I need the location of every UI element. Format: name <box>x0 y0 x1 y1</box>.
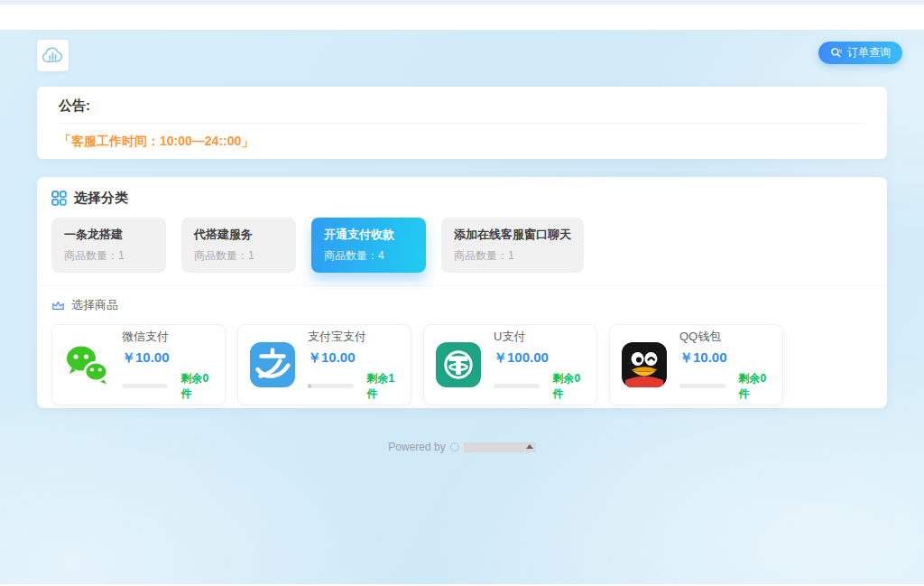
category-list: 一条龙搭建 商品数量：1 代搭建服务 商品数量：1 开通支付收款 商品数量：4 … <box>51 218 873 273</box>
category-name: 一条龙搭建 <box>64 227 153 243</box>
product-meta: 剩余0件 <box>122 371 214 402</box>
product-info: QQ钱包 ￥10.00 剩余0件 <box>679 329 772 402</box>
category-card-active[interactable]: 开通支付收款 商品数量：4 <box>311 218 426 273</box>
panel-divider <box>37 285 887 286</box>
stock-progress-bar <box>122 384 168 388</box>
header-band <box>0 5 924 30</box>
product-list: 微信支付 ￥10.00 剩余0件 <box>51 324 873 405</box>
product-name: QQ钱包 <box>679 329 772 345</box>
qq-icon <box>621 341 668 388</box>
product-remaining: 剩余0件 <box>180 371 214 402</box>
category-name: 添加在线客服窗口聊天 <box>454 227 571 243</box>
page: 订单查询 公告: 「客服工作时间：10:00—24::00」 选择分类 <box>0 0 924 586</box>
product-card[interactable]: QQ钱包 ￥10.00 剩余0件 <box>609 324 783 405</box>
category-count: 商品数量：4 <box>324 248 413 264</box>
category-grid-icon <box>51 191 67 206</box>
powered-by-label: Powered by <box>388 441 445 453</box>
category-card[interactable]: 一条龙搭建 商品数量：1 <box>51 218 166 273</box>
cloud-chart-logo-icon <box>41 43 65 68</box>
product-info: 支付宝支付 ￥10.00 剩余1件 <box>308 329 400 402</box>
category-count: 商品数量：1 <box>194 248 283 264</box>
announcement-content: 「客服工作时间：10:00—24::00」 <box>59 134 865 150</box>
caret-icon <box>526 444 533 449</box>
category-name: 开通支付收款 <box>324 227 413 243</box>
brand-logo-redacted <box>450 442 459 451</box>
category-name: 代搭建服务 <box>194 227 283 243</box>
category-card[interactable]: 代搭建服务 商品数量：1 <box>181 218 296 273</box>
product-remaining: 剩余0件 <box>552 371 586 402</box>
product-meta: 剩余1件 <box>308 371 400 402</box>
category-count: 商品数量：1 <box>454 248 571 264</box>
product-meta: 剩余0件 <box>494 371 586 402</box>
product-price: ￥100.00 <box>494 349 586 367</box>
product-remaining: 剩余1件 <box>366 371 400 402</box>
category-card[interactable]: 添加在线客服窗口聊天 商品数量：1 <box>441 218 584 273</box>
category-section-title: 选择分类 <box>74 190 128 207</box>
product-remaining: 剩余0件 <box>738 371 772 402</box>
footer: Powered by <box>0 441 924 453</box>
product-name: 支付宝支付 <box>308 329 400 345</box>
order-query-label: 订单查询 <box>847 45 891 60</box>
stock-progress-fill <box>308 384 311 388</box>
crown-icon <box>51 300 65 312</box>
announcement-card: 公告: 「客服工作时间：10:00—24::00」 <box>37 87 887 159</box>
stock-progress-bar <box>308 384 354 388</box>
announcement-divider <box>59 123 865 124</box>
stock-progress-bar <box>494 384 540 388</box>
order-query-button[interactable]: 订单查询 <box>818 42 902 64</box>
product-card[interactable]: U支付 ￥100.00 剩余0件 <box>423 324 597 405</box>
announcement-title: 公告: <box>59 98 865 115</box>
wechat-icon <box>63 341 110 388</box>
product-section-header: 选择商品 <box>51 297 873 313</box>
category-section-header: 选择分类 <box>51 190 873 207</box>
product-info: 微信支付 ￥10.00 剩余0件 <box>122 329 214 402</box>
usdt-icon <box>435 341 482 388</box>
product-price: ￥10.00 <box>308 349 400 367</box>
stock-progress-bar <box>679 384 725 388</box>
product-info: U支付 ￥100.00 剩余0件 <box>494 329 586 402</box>
product-price: ￥10.00 <box>122 349 214 367</box>
search-icon <box>830 47 842 59</box>
shop-panel: 选择分类 一条龙搭建 商品数量：1 代搭建服务 商品数量：1 开通支付收款 商品… <box>37 177 887 408</box>
category-count: 商品数量：1 <box>64 248 153 264</box>
product-card[interactable]: 支付宝支付 ￥10.00 剩余1件 <box>237 324 411 405</box>
product-section-title: 选择商品 <box>71 297 118 313</box>
site-logo[interactable] <box>37 40 69 71</box>
product-name: U支付 <box>494 329 586 345</box>
alipay-icon <box>249 341 296 388</box>
product-price: ￥10.00 <box>679 349 772 367</box>
brand-name-redacted[interactable] <box>464 442 536 452</box>
product-meta: 剩余0件 <box>679 371 772 402</box>
product-card[interactable]: 微信支付 ￥10.00 剩余0件 <box>51 324 226 405</box>
product-name: 微信支付 <box>122 329 214 345</box>
